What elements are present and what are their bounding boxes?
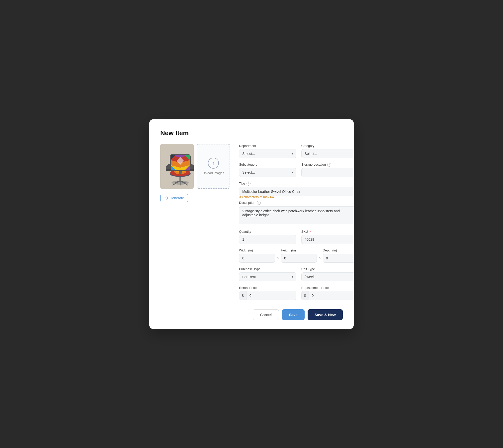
- category-select-wrap: Select... Chairs Tables Desks ▾: [301, 149, 354, 158]
- subcategory-select-wrap: Select... Office Lounge Dining ▾: [239, 168, 296, 177]
- unit-type-select-wrap: / week / day / month ▾: [301, 272, 354, 281]
- title-info-icon[interactable]: i: [247, 182, 251, 186]
- new-item-modal: New Item: [149, 119, 354, 329]
- left-panel: ↑ Upload images Generate: [160, 144, 230, 307]
- purchase-unit-row: Purchase Type For Rent For Sale Both ▾ U…: [239, 267, 354, 281]
- height-label: Height (in): [281, 248, 317, 252]
- department-group: Department Select... Furniture Electroni…: [239, 144, 296, 158]
- sku-label: SKU *: [301, 230, 354, 233]
- title-label: Title i: [239, 182, 354, 186]
- price-row: Rental Price $ Replacement Price $: [239, 286, 354, 300]
- refresh-icon: [165, 196, 168, 200]
- quantity-group: Quantity: [239, 230, 296, 244]
- item-image: [160, 144, 194, 189]
- replacement-price-input[interactable]: [309, 291, 354, 300]
- depth-group: Depth (in): [323, 248, 354, 263]
- title-group: Title i: [239, 182, 354, 196]
- upload-icon: ↑: [208, 158, 219, 169]
- dimensions-row: Width (in) × Height (in) × Depth (in): [239, 248, 354, 263]
- svg-rect-14: [166, 169, 171, 171]
- cancel-button[interactable]: Cancel: [253, 309, 279, 320]
- modal-body: ↑ Upload images Generate: [160, 144, 343, 307]
- upload-images-box[interactable]: ↑ Upload images: [197, 144, 230, 189]
- title-input[interactable]: [239, 187, 354, 196]
- subcategory-group: Subcategory Select... Office Lounge Dini…: [239, 163, 296, 177]
- quantity-sku-row: Quantity SKU *: [239, 230, 354, 244]
- save-button[interactable]: Save: [282, 309, 305, 320]
- replacement-price-label: Replacement Price: [301, 286, 354, 290]
- description-textarea[interactable]: Vintage-style office chair with patchwor…: [239, 206, 354, 224]
- description-group: Description i Vintage-style office chair…: [239, 201, 354, 225]
- storage-location-input[interactable]: [301, 168, 354, 177]
- svg-rect-15: [190, 169, 194, 171]
- storage-location-group: Storage Location i: [301, 163, 354, 177]
- quantity-input[interactable]: [239, 235, 296, 244]
- width-input[interactable]: [239, 254, 275, 263]
- unit-type-label: Unit Type: [301, 267, 354, 271]
- generate-label: Generate: [169, 196, 184, 200]
- department-label: Department: [239, 144, 296, 148]
- subcategory-select[interactable]: Select... Office Lounge Dining: [239, 168, 296, 177]
- purchase-type-label: Purchase Type: [239, 267, 296, 271]
- purchase-type-group: Purchase Type For Rent For Sale Both ▾: [239, 267, 296, 281]
- width-height-separator: ×: [277, 256, 279, 263]
- rental-price-input-wrap: $: [239, 291, 296, 300]
- description-info-icon[interactable]: i: [257, 201, 261, 205]
- right-panel: Department Select... Furniture Electroni…: [239, 144, 354, 307]
- unit-type-group: Unit Type / week / day / month ▾: [301, 267, 354, 281]
- category-select[interactable]: Select... Chairs Tables Desks: [301, 149, 354, 158]
- department-select[interactable]: Select... Furniture Electronics Decor: [239, 149, 296, 158]
- subcategory-label: Subcategory: [239, 163, 296, 166]
- height-input[interactable]: [281, 254, 317, 263]
- rental-price-symbol: $: [239, 291, 247, 300]
- storage-location-label: Storage Location i: [301, 163, 354, 167]
- modal-overlay: New Item: [0, 0, 503, 448]
- rental-price-group: Rental Price $: [239, 286, 296, 300]
- storage-info-icon[interactable]: i: [327, 163, 331, 167]
- quantity-label: Quantity: [239, 230, 296, 233]
- save-new-button[interactable]: Save & New: [308, 309, 343, 320]
- subcat-storage-row: Subcategory Select... Office Lounge Dini…: [239, 163, 354, 177]
- footer-buttons: Cancel Save Save & New: [160, 307, 343, 320]
- purchase-type-select-wrap: For Rent For Sale Both ▾: [239, 272, 296, 281]
- purchase-type-select[interactable]: For Rent For Sale Both: [239, 272, 296, 281]
- category-label: Category: [301, 144, 354, 148]
- height-depth-separator: ×: [319, 256, 321, 263]
- images-row: ↑ Upload images: [160, 144, 230, 189]
- height-group: Height (in): [281, 248, 317, 263]
- description-label: Description i: [239, 201, 354, 205]
- category-group: Category Select... Chairs Tables Desks ▾: [301, 144, 354, 158]
- dept-category-row: Department Select... Furniture Electroni…: [239, 144, 354, 158]
- generate-button[interactable]: Generate: [160, 194, 188, 202]
- rental-price-input[interactable]: [247, 291, 296, 300]
- modal-title: New Item: [160, 129, 343, 137]
- unit-type-select[interactable]: / week / day / month: [301, 272, 354, 281]
- width-group: Width (in): [239, 248, 275, 263]
- sku-input[interactable]: [301, 235, 354, 244]
- upload-text: Upload images: [202, 171, 224, 175]
- sku-group: SKU *: [301, 230, 354, 244]
- width-label: Width (in): [239, 248, 275, 252]
- department-select-wrap: Select... Furniture Electronics Decor ▾: [239, 149, 296, 158]
- replacement-price-group: Replacement Price $: [301, 286, 354, 300]
- replacement-price-symbol: $: [302, 291, 309, 300]
- depth-label: Depth (in): [323, 248, 354, 252]
- sku-required-marker: *: [310, 230, 311, 233]
- depth-input[interactable]: [323, 254, 354, 263]
- replacement-price-input-wrap: $: [301, 291, 354, 300]
- rental-price-label: Rental Price: [239, 286, 296, 290]
